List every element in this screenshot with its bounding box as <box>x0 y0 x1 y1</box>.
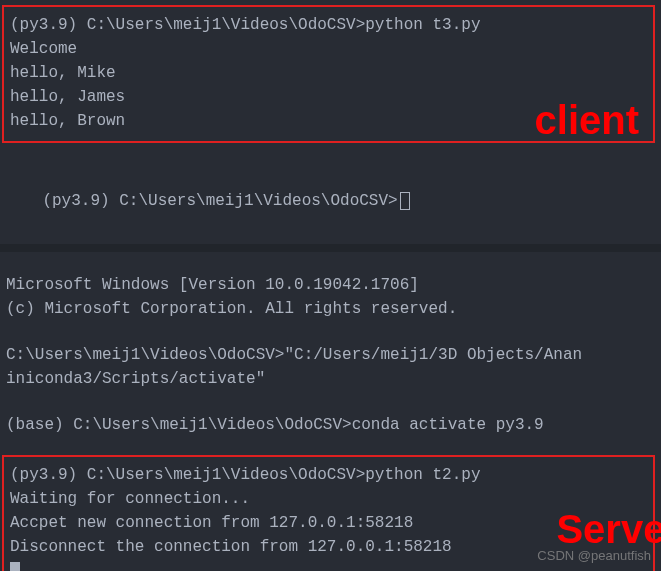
spacer <box>6 261 655 273</box>
terminal-container: (py3.9) C:\Users\meij1\Videos\OdoCSV>pyt… <box>0 5 661 571</box>
client-output-welcome: Welcome <box>10 37 647 61</box>
idle-prompt-text: (py3.9) C:\Users\meij1\Videos\OdoCSV> <box>42 192 397 210</box>
middle-terminal-section: Microsoft Windows [Version 10.0.19042.17… <box>0 257 661 453</box>
client-cmd-line: (py3.9) C:\Users\meij1\Videos\OdoCSV>pyt… <box>10 13 647 37</box>
server-cmd-line: (py3.9) C:\Users\meij1\Videos\OdoCSV>pyt… <box>10 463 647 487</box>
activate-cmd-line1: C:\Users\meij1\Videos\OdoCSV>"C:/Users/m… <box>6 343 655 367</box>
cursor-outline <box>400 192 410 210</box>
conda-activate-line: (base) C:\Users\meij1\Videos\OdoCSV>cond… <box>6 413 655 437</box>
server-waiting-line: Waiting for connection... <box>10 487 647 511</box>
client-label: client <box>535 90 639 150</box>
windows-version-line: Microsoft Windows [Version 10.0.19042.17… <box>6 273 655 297</box>
client-output-mike: hello, Mike <box>10 61 647 85</box>
activate-cmd-line2: iniconda3/Scripts/activate" <box>6 367 655 391</box>
spacer <box>6 391 655 413</box>
copyright-line: (c) Microsoft Corporation. All rights re… <box>6 297 655 321</box>
spacer <box>6 437 655 449</box>
idle-prompt-line[interactable]: (py3.9) C:\Users\meij1\Videos\OdoCSV> <box>0 163 661 239</box>
server-label: Server <box>556 499 661 559</box>
cursor-block <box>10 562 20 571</box>
server-accept-line: Accpet new connection from 127.0.0.1:582… <box>10 511 647 535</box>
pane-separator <box>0 244 661 252</box>
spacer <box>6 321 655 343</box>
